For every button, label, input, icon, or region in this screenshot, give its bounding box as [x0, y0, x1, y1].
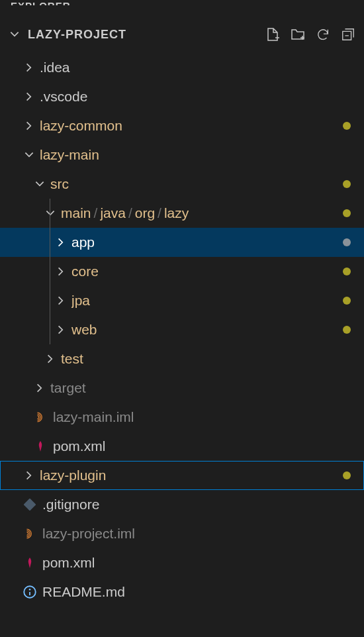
chevron-right-icon — [23, 119, 36, 132]
chevron-right-icon — [54, 323, 68, 336]
folder-test[interactable]: test — [0, 344, 364, 373]
svg-rect-0 — [24, 499, 36, 511]
folder-label: app — [71, 234, 343, 250]
folder-label: target — [50, 380, 351, 396]
file-label: lazy-project.iml — [42, 526, 351, 542]
chevron-right-icon — [54, 265, 68, 278]
untracked-dot-icon — [343, 238, 351, 246]
maven-file-icon — [33, 439, 48, 454]
folder-label: src — [50, 176, 343, 192]
folder-lazy-plugin[interactable]: lazy-plugin — [0, 461, 364, 490]
file-tree: .idea .vscode lazy-common lazy-main src — [0, 50, 364, 607]
folder-label: web — [71, 322, 343, 338]
folder-label: .vscode — [40, 89, 351, 105]
explorer-section-header: EXPLORER — [0, 0, 364, 5]
folder-src[interactable]: src — [0, 170, 364, 199]
folder-app[interactable]: app — [0, 228, 364, 257]
svg-point-2 — [29, 589, 31, 591]
modified-dot-icon — [343, 122, 351, 130]
file-label: pom.xml — [53, 438, 351, 454]
panel-actions — [265, 26, 356, 42]
file-label: pom.xml — [42, 555, 351, 571]
modified-dot-icon — [343, 268, 351, 275]
folder-label: lazy-common — [40, 118, 343, 134]
modified-dot-icon — [343, 326, 351, 334]
folder-target[interactable]: target — [0, 373, 364, 403]
chevron-down-icon — [33, 177, 46, 191]
project-title: LAZY-PROJECT — [28, 28, 126, 42]
chevron-right-icon — [54, 236, 68, 249]
info-file-icon — [23, 585, 37, 599]
file-readme[interactable]: README.md — [0, 577, 364, 607]
chevron-down-icon — [23, 148, 36, 162]
chevron-down-icon — [44, 207, 57, 220]
new-file-icon[interactable] — [265, 26, 281, 42]
folder-label: lazy-main — [40, 147, 351, 163]
maven-file-icon — [23, 556, 37, 570]
chevron-right-icon — [23, 469, 36, 482]
modified-dot-icon — [343, 471, 351, 479]
folder-main-java-org-lazy[interactable]: main/java/org/lazy — [0, 199, 364, 228]
refresh-icon[interactable] — [315, 26, 331, 42]
modified-dot-icon — [343, 209, 351, 217]
folder-idea[interactable]: .idea — [0, 53, 364, 82]
folder-core[interactable]: core — [0, 257, 364, 286]
chevron-right-icon — [54, 294, 68, 307]
file-pom-xml-main[interactable]: pom.xml — [0, 432, 364, 461]
iml-file-icon — [33, 410, 48, 424]
folder-label: .idea — [40, 60, 351, 75]
chevron-down-icon — [8, 28, 21, 41]
folder-label: jpa — [71, 293, 343, 309]
file-lazy-main-iml[interactable]: lazy-main.iml — [0, 403, 364, 432]
file-label: README.md — [42, 584, 351, 600]
chevron-right-icon — [44, 352, 57, 366]
file-label: lazy-main.iml — [53, 409, 351, 425]
modified-dot-icon — [343, 297, 351, 305]
folder-label: lazy-plugin — [40, 467, 343, 483]
iml-file-icon — [23, 526, 37, 541]
folder-vscode[interactable]: .vscode — [0, 82, 364, 111]
collapse-all-icon[interactable] — [340, 26, 356, 42]
new-folder-icon[interactable] — [290, 26, 306, 42]
file-gitignore[interactable]: .gitignore — [0, 490, 364, 519]
modified-dot-icon — [343, 180, 351, 188]
chevron-right-icon — [23, 90, 36, 103]
file-lazy-project-iml[interactable]: lazy-project.iml — [0, 519, 364, 548]
project-panel-header[interactable]: LAZY-PROJECT — [0, 19, 364, 50]
folder-lazy-common[interactable]: lazy-common — [0, 111, 364, 140]
chevron-right-icon — [23, 61, 36, 74]
folder-lazy-main[interactable]: lazy-main — [0, 140, 364, 170]
folder-label: core — [71, 264, 343, 279]
file-pom-xml-root[interactable]: pom.xml — [0, 548, 364, 577]
folder-jpa[interactable]: jpa — [0, 286, 364, 315]
folder-path-label: main/java/org/lazy — [61, 205, 343, 221]
folder-label: test — [61, 351, 351, 367]
folder-web[interactable]: web — [0, 315, 364, 344]
chevron-right-icon — [33, 381, 46, 395]
git-file-icon — [23, 497, 37, 512]
file-label: .gitignore — [42, 497, 351, 513]
